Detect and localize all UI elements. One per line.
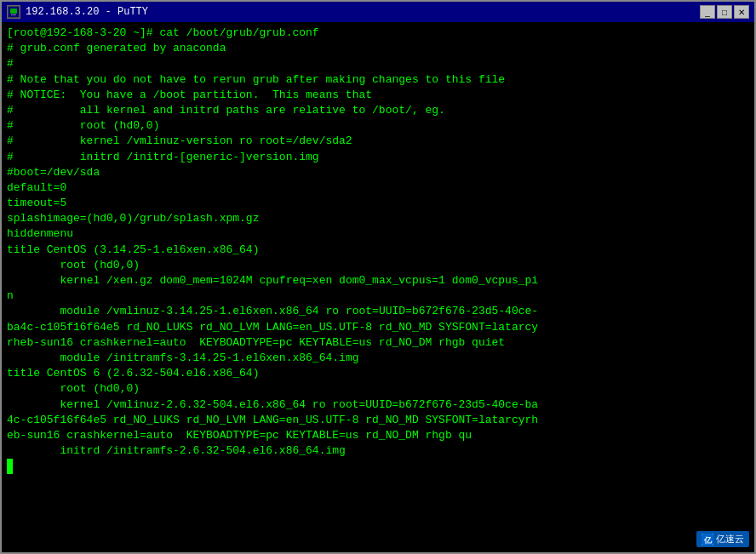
watermark: 亿 亿速云 [696,531,749,547]
minimize-button[interactable]: _ [700,5,715,19]
maximize-button[interactable]: □ [717,5,732,19]
putty-window: 192.168.3.20 - PuTTY _ □ ✕ [root@192-168… [0,0,756,554]
putty-icon [7,5,20,19]
window-controls: _ □ ✕ [700,5,749,19]
watermark-logo: 亿 [702,534,713,545]
terminal-output[interactable]: [root@192-168-3-20 ~]# cat /boot/grub/gr… [2,22,754,552]
title-bar: 192.168.3.20 - PuTTY _ □ ✕ [2,2,754,22]
svg-rect-1 [10,9,17,14]
title-bar-left: 192.168.3.20 - PuTTY [7,5,148,19]
watermark-text: 亿速云 [716,533,744,545]
svg-text:亿: 亿 [703,536,713,545]
close-button[interactable]: ✕ [734,5,749,19]
terminal-text: [root@192-168-3-20 ~]# cat /boot/grub/gr… [7,26,749,474]
window-title: 192.168.3.20 - PuTTY [26,6,148,18]
svg-rect-2 [11,14,16,15]
